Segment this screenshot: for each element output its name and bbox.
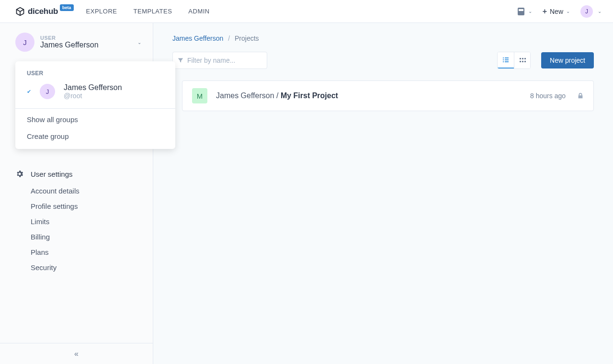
gear-icon [15,170,24,178]
user-label: USER [40,35,137,41]
breadcrumb-separator: / [228,34,230,42]
project-row[interactable]: M James Gefferson / My First Project 8 h… [182,80,594,111]
sidebar-item-billing[interactable]: Billing [31,233,145,241]
nav-templates[interactable]: TEMPLATES [134,8,172,15]
project-name: My First Project [281,91,338,100]
chevron-down-icon: ⌄ [528,9,532,14]
toolbar: New project [172,52,594,80]
collapse-icon: « [74,350,79,358]
project-updated: 8 hours ago [530,92,566,100]
logo[interactable]: dicehub beta [15,7,75,16]
svg-rect-9 [520,61,521,62]
plus-icon: + [543,7,547,16]
beta-badge: beta [60,4,74,11]
dropdown-user-handle: @root [64,92,122,100]
view-grid-button[interactable] [514,52,530,68]
grid-icon [519,57,526,64]
avatar: J [15,33,34,52]
sidebar-item-label: User settings [31,170,73,178]
chevron-down-icon: ⌄ [566,9,570,14]
svg-rect-4 [503,61,504,62]
project-owner: James Gefferson [216,91,274,100]
filter-input[interactable] [187,57,262,64]
view-list-button[interactable] [498,52,514,68]
breadcrumb-user[interactable]: James Gefferson [172,34,223,42]
dropdown-user-row[interactable]: ✔ J James Gefferson @root [15,77,175,108]
user-switcher-dropdown: USER ✔ J James Gefferson @root Show all … [15,61,175,149]
svg-rect-0 [503,57,504,58]
filter-icon [178,57,183,63]
brand-text: dicehub [28,7,58,16]
workspace-icon [518,8,524,15]
dropdown-user-name: James Gefferson [64,83,122,92]
dropdown-section-label: USER [15,70,175,77]
workspace-switcher[interactable]: ⌄ [518,8,532,15]
avatar: J [40,84,55,99]
svg-rect-2 [503,59,504,60]
dropdown-show-all-groups[interactable]: Show all groups [15,109,175,130]
sidebar-item-limits[interactable]: Limits [31,217,145,226]
check-icon: ✔ [27,89,31,95]
sidebar: J USER James Gefferson ⌄ USER ✔ J James … [0,23,153,364]
breadcrumb: James Gefferson / Projects [172,23,594,52]
list-icon [502,56,510,64]
sidebar-item-plans[interactable]: Plans [31,248,145,256]
project-avatar: M [192,88,207,103]
svg-rect-5 [505,61,509,62]
top-nav: EXPLORE TEMPLATES ADMIN [86,8,210,15]
svg-rect-6 [520,58,521,59]
svg-rect-8 [524,58,526,59]
breadcrumb-current: Projects [235,34,259,42]
user-menu[interactable]: J ⌄ [580,5,602,18]
svg-rect-3 [505,59,509,60]
nav-admin[interactable]: ADMIN [188,8,209,15]
project-title: James Gefferson / My First Project [216,91,338,100]
sidebar-item-security[interactable]: Security [31,263,145,272]
chevron-down-icon: ⌄ [137,40,141,45]
svg-rect-1 [505,57,509,58]
sidebar-item-profile[interactable]: Profile settings [31,202,145,210]
view-toggle [497,52,531,69]
new-project-button[interactable]: New project [541,52,594,68]
sidebar-collapse[interactable]: « [0,343,153,364]
topbar: dicehub beta EXPLORE TEMPLATES ADMIN ⌄ +… [0,0,613,23]
filter-input-wrapper[interactable] [172,52,267,69]
svg-rect-11 [524,61,526,62]
sidebar-item-account[interactable]: Account details [31,187,145,195]
svg-rect-10 [522,61,523,62]
avatar: J [580,5,593,18]
sidebar-user-switcher[interactable]: J USER James Gefferson ⌄ [0,23,153,59]
chevron-down-icon: ⌄ [598,9,602,14]
svg-rect-7 [522,58,523,59]
sidebar-user-settings[interactable]: User settings [15,165,145,183]
user-name: James Gefferson [40,41,137,49]
cube-icon [15,7,25,16]
lock-icon [577,92,584,99]
new-label: New [550,8,563,15]
top-right: ⌄ + New ⌄ J ⌄ [518,5,602,18]
new-dropdown[interactable]: + New ⌄ [543,7,570,16]
separator: / [276,91,281,100]
nav-explore[interactable]: EXPLORE [86,8,117,15]
main-content: James Gefferson / Projects [153,23,613,364]
dropdown-create-group[interactable]: Create group [15,130,175,147]
